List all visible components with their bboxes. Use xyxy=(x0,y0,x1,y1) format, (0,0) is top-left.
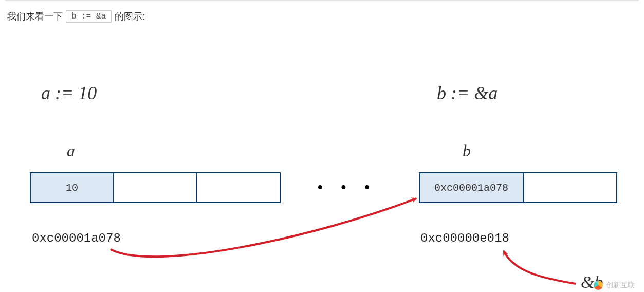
top-divider xyxy=(5,0,639,1)
memory-cell-a-2 xyxy=(197,173,280,202)
intro-prefix: 我们来看一下 xyxy=(7,10,63,23)
memory-block-a: 10 xyxy=(30,172,281,203)
intro-code: b := &a xyxy=(66,10,112,23)
memory-cell-b-1 xyxy=(524,173,616,202)
memory-cell-b-0: 0xc00001a078 xyxy=(420,173,524,202)
address-b: 0xc00000e018 xyxy=(420,231,509,245)
variable-label-a: a xyxy=(67,141,75,160)
address-a: 0xc00001a078 xyxy=(32,231,121,245)
arrow-a-to-b xyxy=(111,198,416,257)
intro-line: 我们来看一下 b := &a 的图示: xyxy=(7,10,145,23)
memory-block-b: 0xc00001a078 xyxy=(419,172,617,203)
pointer-diagram: a := 10 b := &a a b 10 • • • 0xc00001a07… xyxy=(0,46,644,292)
declaration-a: a := 10 xyxy=(41,82,97,104)
watermark-icon xyxy=(594,281,603,290)
intro-suffix: 的图示: xyxy=(115,10,145,23)
memory-cell-a-0: 10 xyxy=(31,173,114,202)
memory-cell-a-1 xyxy=(114,173,197,202)
watermark-text: 创新互联 xyxy=(606,281,635,290)
variable-label-b: b xyxy=(463,141,471,160)
declaration-b: b := &a xyxy=(437,82,498,104)
memory-ellipsis: • • • xyxy=(318,179,377,195)
watermark: 创新互联 xyxy=(594,281,635,290)
arrow-ampb-to-addrb xyxy=(504,251,576,284)
